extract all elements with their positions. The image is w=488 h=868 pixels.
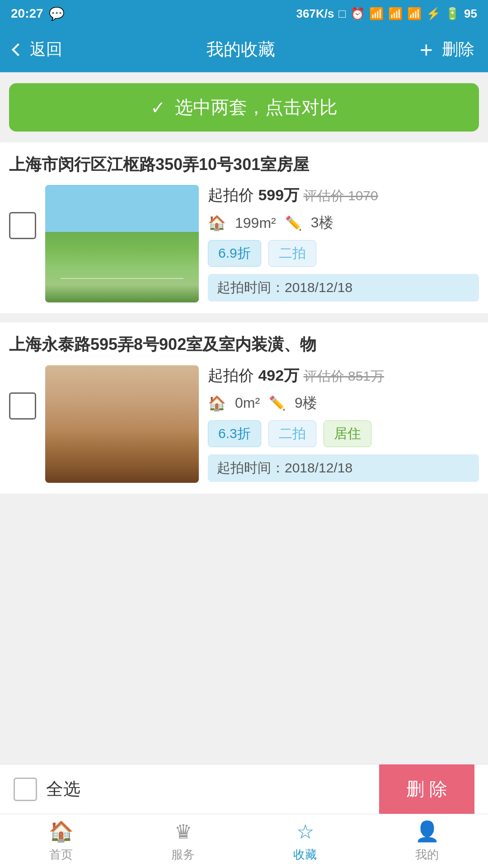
floor-1: 3楼 — [311, 213, 333, 233]
battery-level: 95 — [464, 7, 477, 21]
house-icon-1: 🏠 — [208, 214, 226, 231]
select-all-checkbox[interactable] — [14, 778, 37, 801]
tab-service-label: 服务 — [171, 847, 195, 863]
tab-mine-label: 我的 — [415, 847, 439, 863]
status-messenger-icon: 💬 — [49, 6, 65, 21]
select-all-area: 全选 — [14, 778, 80, 801]
page-title: 我的收藏 — [206, 38, 275, 61]
network-speed: 367K/s — [296, 7, 334, 21]
property-image-1 — [45, 185, 199, 302]
battery-icon: 🔋 — [445, 7, 460, 21]
person-icon: 👤 — [415, 820, 440, 843]
price-line-2: 起拍价 492万 评估价 851万 — [208, 365, 479, 386]
compare-text: 选中两套，点击对比 — [175, 95, 338, 120]
tag-round-2: 二拍 — [268, 420, 316, 447]
property-checkbox-2[interactable] — [9, 392, 36, 420]
back-button[interactable]: 返回 — [14, 38, 62, 61]
property-body-2: 起拍价 492万 评估价 851万 🏠 0m² ✏️ 9楼 6.3折 二拍 居住… — [9, 365, 479, 483]
indoor-image — [45, 365, 199, 483]
back-label: 返回 — [30, 38, 62, 61]
property-checkbox-1[interactable] — [9, 212, 36, 239]
price-line-1: 起拍价 599万 评估价 1070 — [208, 185, 479, 206]
tag-type-2: 居住 — [324, 420, 371, 447]
tab-home[interactable]: 🏠 首页 — [0, 814, 122, 868]
auction-time-2: 起拍时间：2018/12/18 — [208, 454, 479, 482]
property-title-1: 上海市闵行区江枢路350弄10号301室房屋 — [9, 153, 479, 176]
tab-favorites[interactable]: ☆ 收藏 — [244, 814, 366, 868]
property-details-2: 起拍价 492万 评估价 851万 🏠 0m² ✏️ 9楼 6.3折 二拍 居住… — [208, 365, 479, 482]
status-time: 20:27 — [11, 6, 43, 21]
signal1-icon: 📶 — [388, 7, 403, 21]
property-image-2 — [45, 365, 199, 483]
star-icon: ☆ — [296, 820, 314, 843]
tab-service[interactable]: ♛ 服务 — [122, 814, 244, 868]
area-2: 0m² — [235, 395, 260, 411]
select-all-label: 全选 — [46, 778, 80, 801]
house-icon-2: 🏠 — [208, 395, 226, 412]
nav-actions: + 删除 — [420, 38, 474, 61]
clock-icon: ⏰ — [350, 7, 365, 21]
estimated-price-2: 评估价 851万 — [304, 368, 384, 383]
tab-home-label: 首页 — [49, 847, 73, 863]
start-price-1: 起拍价 599万 — [208, 186, 299, 203]
start-price-2: 起拍价 492万 — [208, 367, 299, 384]
tag-discount-1: 6.9折 — [208, 240, 261, 267]
property-body-1: 起拍价 599万 评估价 1070 🏠 199m² ✏️ 3楼 6.9折 二拍 … — [9, 185, 479, 302]
add-button[interactable]: + — [420, 38, 433, 61]
home-icon: 🏠 — [49, 820, 74, 843]
signal2-icon: 📶 — [407, 7, 422, 21]
spec-line-2: 🏠 0m² ✏️ 9楼 — [208, 393, 479, 413]
batch-delete-label: 删 除 — [406, 777, 447, 802]
nav-bar: 返回 我的收藏 + 删除 — [0, 27, 488, 72]
back-chevron-icon — [12, 43, 24, 56]
tags-line-1: 6.9折 二拍 — [208, 240, 479, 267]
area-1: 199m² — [235, 215, 276, 231]
estimated-price-1: 评估价 1070 — [304, 188, 378, 203]
floor-2: 9楼 — [295, 393, 317, 413]
tags-line-2: 6.3折 二拍 居住 — [208, 420, 479, 447]
outdoor-image — [45, 185, 199, 302]
tab-bar: 🏠 首页 ♛ 服务 ☆ 收藏 👤 我的 — [0, 814, 488, 868]
edit-icon-1: ✏️ — [285, 215, 302, 231]
property-details-1: 起拍价 599万 评估价 1070 🏠 199m² ✏️ 3楼 6.9折 二拍 … — [208, 185, 479, 302]
batch-delete-button[interactable]: 删 除 — [379, 764, 474, 814]
property-card-2: 上海永泰路595弄8号902室及室内装潢、物 起拍价 492万 评估价 851万… — [0, 322, 488, 493]
tag-round-1: 二拍 — [268, 240, 316, 267]
crown-icon: ♛ — [174, 820, 192, 843]
delete-nav-button[interactable]: 删除 — [442, 38, 474, 61]
sim-icon: □ — [338, 7, 346, 21]
lightning-icon: ⚡ — [426, 7, 441, 21]
bottom-spacer — [0, 503, 488, 684]
auction-time-1: 起拍时间：2018/12/18 — [208, 274, 479, 302]
content-area: 上海市闵行区江枢路350弄10号301室房屋 起拍价 599万 评估价 1070… — [0, 142, 488, 494]
edit-icon-2: ✏️ — [269, 395, 286, 411]
compare-check-icon: ✓ — [150, 97, 166, 118]
compare-banner[interactable]: ✓ 选中两套，点击对比 — [9, 83, 479, 132]
tag-discount-2: 6.3折 — [208, 420, 261, 447]
property-title-2: 上海永泰路595弄8号902室及室内装潢、物 — [9, 333, 479, 356]
tab-favorites-label: 收藏 — [293, 847, 317, 863]
status-left: 20:27 💬 — [11, 6, 65, 21]
bottom-action-bar: 全选 删 除 — [0, 764, 488, 814]
spec-line-1: 🏠 199m² ✏️ 3楼 — [208, 213, 479, 233]
status-bar: 20:27 💬 367K/s □ ⏰ 📶 📶 📶 ⚡ 🔋 95 — [0, 0, 488, 27]
tab-mine[interactable]: 👤 我的 — [366, 814, 488, 868]
wifi-icon: 📶 — [369, 7, 384, 21]
property-card-1: 上海市闵行区江枢路350弄10号301室房屋 起拍价 599万 评估价 1070… — [0, 142, 488, 313]
status-right: 367K/s □ ⏰ 📶 📶 📶 ⚡ 🔋 95 — [296, 7, 477, 21]
